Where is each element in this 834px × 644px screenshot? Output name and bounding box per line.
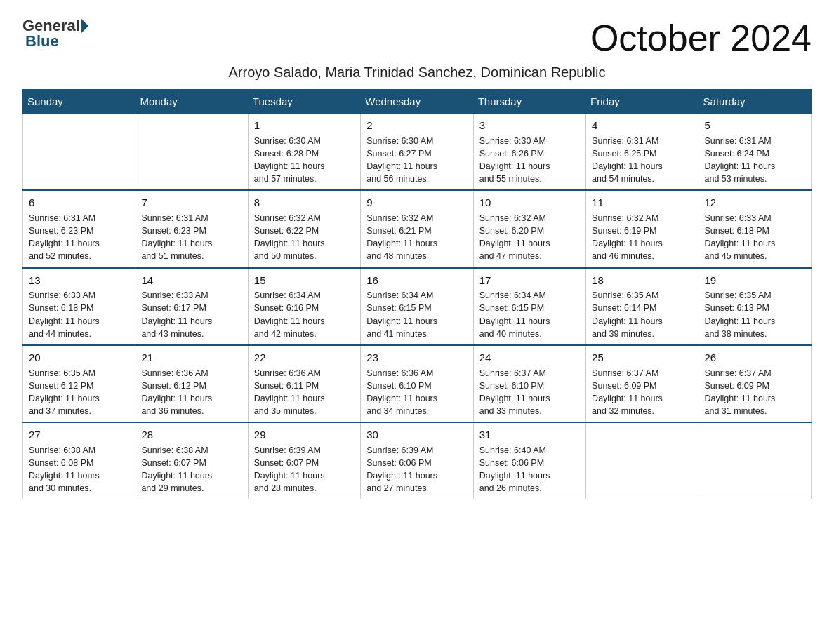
day-info: Sunrise: 6:32 AM Sunset: 6:22 PM Dayligh… [254,212,355,263]
day-info: Sunrise: 6:31 AM Sunset: 6:24 PM Dayligh… [705,135,805,186]
day-info: Sunrise: 6:31 AM Sunset: 6:23 PM Dayligh… [29,212,129,263]
day-number: 26 [705,350,805,365]
calendar-cell [699,422,811,499]
day-number: 31 [479,427,580,443]
day-info: Sunrise: 6:30 AM Sunset: 6:26 PM Dayligh… [479,135,580,186]
day-of-week-monday: Monday [135,90,248,114]
calendar-cell: 1Sunrise: 6:30 AM Sunset: 6:28 PM Daylig… [248,114,360,191]
day-number: 29 [254,427,355,443]
calendar-cell: 6Sunrise: 6:31 AM Sunset: 6:23 PM Daylig… [23,190,135,267]
calendar-cell: 16Sunrise: 6:34 AM Sunset: 6:15 PM Dayli… [361,268,473,345]
day-info: Sunrise: 6:39 AM Sunset: 6:06 PM Dayligh… [366,444,467,495]
day-info: Sunrise: 6:30 AM Sunset: 6:27 PM Dayligh… [366,135,467,186]
calendar-cell: 9Sunrise: 6:32 AM Sunset: 6:21 PM Daylig… [361,190,473,267]
day-number: 10 [479,195,580,210]
day-number: 27 [29,427,129,443]
day-info: Sunrise: 6:32 AM Sunset: 6:19 PM Dayligh… [592,212,692,263]
calendar-cell: 29Sunrise: 6:39 AM Sunset: 6:07 PM Dayli… [248,422,360,499]
calendar-cell: 22Sunrise: 6:36 AM Sunset: 6:11 PM Dayli… [248,345,360,422]
header: General Blue October 2024 [22,17,812,59]
calendar-cell: 14Sunrise: 6:33 AM Sunset: 6:17 PM Dayli… [135,268,248,345]
day-number: 8 [254,195,355,210]
day-number: 4 [592,118,692,133]
day-info: Sunrise: 6:34 AM Sunset: 6:15 PM Dayligh… [479,289,580,340]
day-info: Sunrise: 6:33 AM Sunset: 6:18 PM Dayligh… [29,289,129,340]
calendar-cell: 23Sunrise: 6:36 AM Sunset: 6:10 PM Dayli… [361,345,473,422]
day-number: 13 [29,273,129,288]
day-number: 16 [366,273,467,288]
day-info: Sunrise: 6:37 AM Sunset: 6:09 PM Dayligh… [592,367,692,418]
month-title: October 2024 [590,17,812,59]
calendar-cell: 26Sunrise: 6:37 AM Sunset: 6:09 PM Dayli… [699,345,811,422]
day-info: Sunrise: 6:35 AM Sunset: 6:13 PM Dayligh… [705,289,805,340]
day-info: Sunrise: 6:30 AM Sunset: 6:28 PM Dayligh… [254,135,355,186]
day-number: 22 [254,350,355,365]
day-info: Sunrise: 6:37 AM Sunset: 6:10 PM Dayligh… [479,367,580,418]
day-number: 12 [705,195,805,210]
day-number: 23 [366,350,467,365]
day-number: 25 [592,350,692,365]
day-info: Sunrise: 6:33 AM Sunset: 6:18 PM Dayligh… [705,212,805,263]
calendar-cell: 21Sunrise: 6:36 AM Sunset: 6:12 PM Dayli… [135,345,248,422]
day-info: Sunrise: 6:35 AM Sunset: 6:14 PM Dayligh… [592,289,692,340]
calendar-cell: 20Sunrise: 6:35 AM Sunset: 6:12 PM Dayli… [23,345,135,422]
calendar-cell: 12Sunrise: 6:33 AM Sunset: 6:18 PM Dayli… [699,190,811,267]
day-number: 28 [141,427,241,443]
day-of-week-sunday: Sunday [23,90,135,114]
day-info: Sunrise: 6:38 AM Sunset: 6:07 PM Dayligh… [141,444,241,495]
day-number: 7 [141,195,241,210]
calendar-table: SundayMondayTuesdayWednesdayThursdayFrid… [22,89,812,499]
day-number: 9 [366,195,467,210]
calendar-cell: 31Sunrise: 6:40 AM Sunset: 6:06 PM Dayli… [473,422,585,499]
calendar-cell: 11Sunrise: 6:32 AM Sunset: 6:19 PM Dayli… [586,190,699,267]
calendar-cell: 30Sunrise: 6:39 AM Sunset: 6:06 PM Dayli… [361,422,473,499]
calendar-cell: 2Sunrise: 6:30 AM Sunset: 6:27 PM Daylig… [361,114,473,191]
calendar-cell: 19Sunrise: 6:35 AM Sunset: 6:13 PM Dayli… [699,268,811,345]
calendar-cell: 25Sunrise: 6:37 AM Sunset: 6:09 PM Dayli… [586,345,699,422]
day-number: 15 [254,273,355,288]
day-number: 1 [254,118,355,133]
calendar-cell: 5Sunrise: 6:31 AM Sunset: 6:24 PM Daylig… [699,114,811,191]
day-info: Sunrise: 6:37 AM Sunset: 6:09 PM Dayligh… [705,367,805,418]
day-number: 17 [479,273,580,288]
day-info: Sunrise: 6:36 AM Sunset: 6:12 PM Dayligh… [141,367,241,418]
day-number: 20 [29,350,129,365]
calendar-cell: 17Sunrise: 6:34 AM Sunset: 6:15 PM Dayli… [473,268,585,345]
logo-arrow-icon [81,19,88,33]
calendar-cell: 18Sunrise: 6:35 AM Sunset: 6:14 PM Dayli… [586,268,699,345]
day-number: 24 [479,350,580,365]
calendar-cell [23,114,135,191]
calendar-cell: 24Sunrise: 6:37 AM Sunset: 6:10 PM Dayli… [473,345,585,422]
calendar-cell: 3Sunrise: 6:30 AM Sunset: 6:26 PM Daylig… [473,114,585,191]
calendar-week-2: 6Sunrise: 6:31 AM Sunset: 6:23 PM Daylig… [23,190,812,267]
calendar-cell: 10Sunrise: 6:32 AM Sunset: 6:20 PM Dayli… [473,190,585,267]
day-info: Sunrise: 6:32 AM Sunset: 6:20 PM Dayligh… [479,212,580,263]
calendar-cell [586,422,699,499]
calendar-cell: 15Sunrise: 6:34 AM Sunset: 6:16 PM Dayli… [248,268,360,345]
logo: General Blue [22,17,90,51]
day-number: 21 [141,350,241,365]
day-of-week-friday: Friday [586,90,699,114]
calendar-cell: 4Sunrise: 6:31 AM Sunset: 6:25 PM Daylig… [586,114,699,191]
day-info: Sunrise: 6:33 AM Sunset: 6:17 PM Dayligh… [141,289,241,340]
day-info: Sunrise: 6:39 AM Sunset: 6:07 PM Dayligh… [254,444,355,495]
day-number: 11 [592,195,692,210]
day-number: 14 [141,273,241,288]
day-info: Sunrise: 6:31 AM Sunset: 6:25 PM Dayligh… [592,135,692,186]
day-number: 19 [705,273,805,288]
day-of-week-thursday: Thursday [473,90,585,114]
calendar-header: SundayMondayTuesdayWednesdayThursdayFrid… [23,90,812,114]
calendar-cell: 7Sunrise: 6:31 AM Sunset: 6:23 PM Daylig… [135,190,248,267]
day-of-week-tuesday: Tuesday [248,90,360,114]
calendar-week-5: 27Sunrise: 6:38 AM Sunset: 6:08 PM Dayli… [23,422,812,499]
day-info: Sunrise: 6:35 AM Sunset: 6:12 PM Dayligh… [29,367,129,418]
calendar-body: 1Sunrise: 6:30 AM Sunset: 6:28 PM Daylig… [23,114,812,499]
calendar-cell: 8Sunrise: 6:32 AM Sunset: 6:22 PM Daylig… [248,190,360,267]
day-info: Sunrise: 6:34 AM Sunset: 6:16 PM Dayligh… [254,289,355,340]
calendar-subtitle: Arroyo Salado, Maria Trinidad Sanchez, D… [22,65,812,81]
calendar-week-1: 1Sunrise: 6:30 AM Sunset: 6:28 PM Daylig… [23,114,812,191]
day-info: Sunrise: 6:32 AM Sunset: 6:21 PM Dayligh… [366,212,467,263]
day-number: 6 [29,195,129,210]
calendar-cell: 27Sunrise: 6:38 AM Sunset: 6:08 PM Dayli… [23,422,135,499]
day-number: 18 [592,273,692,288]
